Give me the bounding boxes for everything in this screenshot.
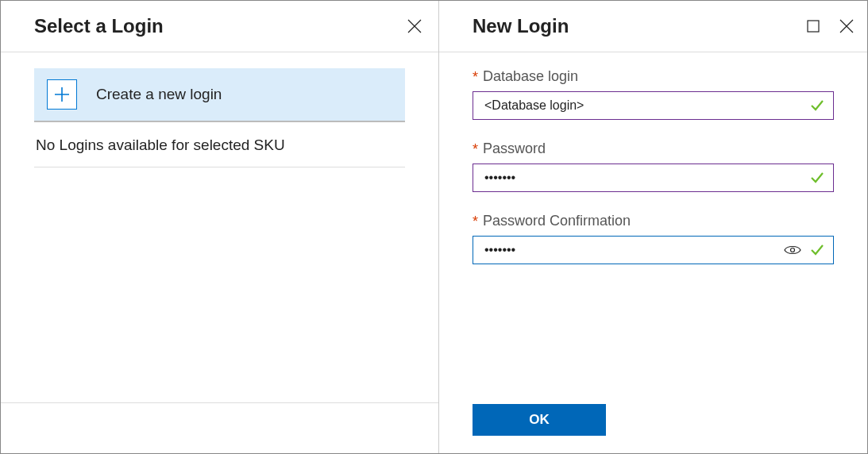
select-login-body: Create a new login No Logins available f…: [1, 52, 438, 402]
create-new-login-button[interactable]: Create a new login: [34, 68, 405, 122]
new-login-form: * Database login * Password: [439, 52, 867, 404]
db-login-group: * Database login: [473, 68, 834, 120]
new-login-footer: OK: [439, 404, 867, 453]
required-star-icon: *: [473, 142, 478, 156]
eye-icon[interactable]: [784, 244, 801, 256]
plus-icon: [47, 79, 77, 110]
svg-point-1: [791, 248, 795, 252]
ok-button[interactable]: OK: [473, 404, 606, 436]
no-logins-message: No Logins available for selected SKU: [34, 122, 405, 167]
password-label: Password: [483, 140, 546, 157]
close-icon[interactable]: [837, 17, 856, 36]
create-new-login-label: Create a new login: [96, 86, 222, 103]
close-icon[interactable]: [405, 17, 424, 36]
db-login-input-wrap: [473, 91, 834, 120]
check-icon: [809, 242, 825, 258]
select-login-header: Select a Login: [1, 1, 438, 52]
db-login-input[interactable]: [484, 98, 809, 113]
new-login-panel: New Login * Database login: [439, 1, 867, 453]
db-login-label: Database login: [483, 68, 578, 85]
password-confirm-input-wrap: [473, 236, 834, 264]
select-login-panel: Select a Login Create a new login No Log…: [1, 1, 439, 453]
password-confirm-label: Password Confirmation: [483, 213, 631, 229]
password-confirm-group: * Password Confirmation: [473, 213, 834, 264]
svg-rect-0: [808, 21, 819, 32]
new-login-header: New Login: [439, 1, 867, 52]
password-input[interactable]: [484, 171, 809, 185]
check-icon: [809, 170, 825, 186]
required-star-icon: *: [473, 214, 478, 229]
new-login-title: New Login: [473, 15, 569, 37]
select-login-title: Select a Login: [34, 15, 164, 37]
password-input-wrap: [473, 164, 834, 192]
password-confirm-input[interactable]: [484, 243, 784, 257]
password-group: * Password: [473, 140, 834, 192]
required-star-icon: *: [473, 70, 478, 84]
select-login-footer: [1, 402, 438, 453]
maximize-icon[interactable]: [804, 17, 823, 36]
check-icon: [809, 98, 825, 114]
